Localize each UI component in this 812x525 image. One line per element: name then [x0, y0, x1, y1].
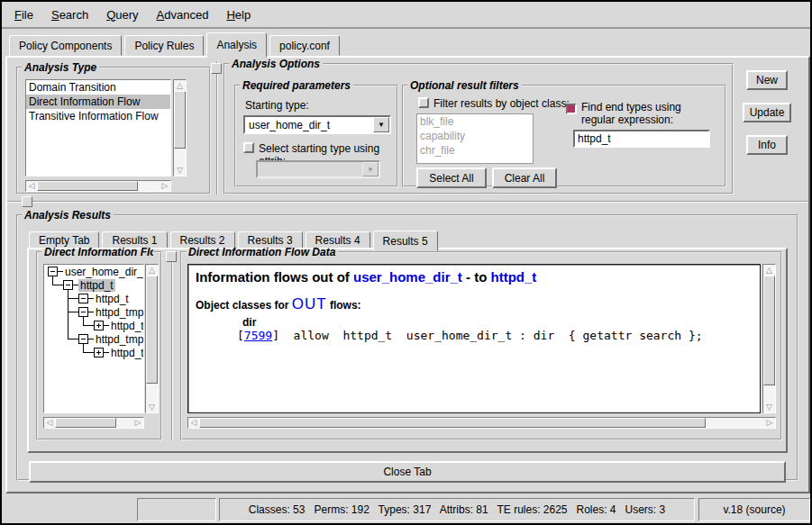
scroll-left-icon[interactable]: ◁ [188, 418, 199, 428]
top-pane-sash-handle[interactable] [211, 63, 222, 74]
tree-minus-icon[interactable] [63, 280, 73, 290]
tab-analysis[interactable]: Analysis [206, 32, 267, 58]
starting-type-label: Starting type: [245, 99, 309, 112]
flow-tree-label: Direct Information Flow T [41, 246, 153, 258]
status-version: v.18 (source) [698, 498, 810, 521]
analysis-type-option[interactable]: Domain Transition [26, 80, 170, 95]
flow-tree-vscrollbar[interactable]: △ ▽ [145, 264, 159, 413]
analysis-results-group: Analysis Results Empty Tab Results 1 Res… [16, 209, 798, 481]
object-classes-line: Object classes for OUT flows: [196, 295, 753, 313]
flow-tree-hscrollbar[interactable]: ◁ ▷ [43, 417, 144, 429]
scrollbar-thumb[interactable] [199, 418, 706, 428]
tree-minus-icon[interactable] [48, 267, 58, 276]
scrollbar-thumb[interactable] [146, 276, 158, 384]
scrollbar-thumb[interactable] [37, 181, 138, 191]
scroll-right-icon[interactable]: ▷ [764, 418, 775, 428]
menu-file[interactable]: File [13, 7, 35, 23]
scroll-left-icon[interactable]: ◁ [44, 418, 55, 428]
tree-node[interactable]: httpd_t [44, 319, 143, 332]
analysis-options-label: Analysis Options [229, 58, 323, 70]
scroll-down-icon[interactable]: ▽ [146, 402, 158, 412]
analysis-type-option-selected[interactable]: Direct Information Flow [26, 95, 170, 109]
scroll-up-icon[interactable]: △ [174, 80, 186, 91]
rule-line: [7599] allow httpd_t user_home_dir_t : d… [237, 329, 753, 342]
regex-checkbox[interactable] [566, 104, 577, 114]
tab-policy-rules[interactable]: Policy Rules [124, 35, 204, 56]
analysis-type-hscrollbar[interactable]: ◁ ▷ [25, 180, 171, 192]
scroll-down-icon[interactable]: ▽ [174, 165, 186, 176]
attrib-checkbox[interactable] [243, 142, 254, 153]
select-all-button[interactable]: Select All [416, 167, 487, 188]
flow-data-group: Direct Information Flow Data Information… [180, 246, 782, 440]
attrib-combo-value [258, 162, 362, 177]
starting-type-combobox[interactable]: user_home_dir_t ▼ [243, 115, 391, 134]
tree-node[interactable]: httpd_tmpfs_t [44, 332, 143, 346]
menu-query[interactable]: Query [105, 7, 140, 23]
update-button[interactable]: Update [743, 103, 791, 122]
info-button[interactable]: Info [746, 135, 788, 155]
end-type-text: httpd_t [491, 269, 537, 285]
filter-by-class-checkbox[interactable] [418, 97, 429, 108]
regex-input[interactable]: httpd_t [573, 130, 710, 148]
scroll-right-icon[interactable]: ▷ [160, 181, 170, 191]
results-page: Direct Information Flow T user_home_dir_… [27, 248, 788, 453]
close-tab-button[interactable]: Close Tab [29, 461, 786, 483]
scrollbar-thumb[interactable] [763, 276, 775, 385]
object-class-option: blk_file [417, 114, 533, 129]
analysis-type-listbox: Domain Transition Direct Information Flo… [25, 79, 171, 177]
status-empty-box [137, 498, 216, 521]
flow-data-text[interactable]: Information flows out of user_home_dir_t… [187, 264, 761, 413]
tree-node[interactable]: httpd_tmp_t [44, 305, 143, 319]
tab-results-5[interactable]: Results 5 [373, 231, 438, 251]
analysis-type-vscrollbar[interactable]: △ ▽ [173, 79, 187, 177]
tree-data-sash-handle[interactable] [166, 251, 177, 262]
scrollbar-thumb[interactable] [174, 91, 186, 149]
tab-policy-components[interactable]: Policy Components [9, 35, 122, 56]
flow-data-hscrollbar[interactable]: ◁ ▷ [187, 417, 776, 429]
tab-policy-conf[interactable]: policy.conf [269, 35, 340, 56]
menu-search[interactable]: Search [50, 7, 90, 23]
filter-by-class-label: Filter results by object class: [433, 97, 570, 110]
start-type-text: user_home_dir_t [353, 269, 462, 285]
scrollbar-thumb[interactable] [55, 418, 116, 428]
filter-by-class-row: Filter results by object class: [418, 97, 570, 110]
scroll-left-icon[interactable]: ◁ [26, 181, 37, 191]
tree-minus-icon[interactable] [78, 334, 88, 344]
attrib-combobox-disabled: ▼ [256, 160, 380, 178]
object-class-option: capability [417, 129, 533, 143]
analysis-type-label: Analysis Type [22, 61, 99, 74]
scroll-down-icon[interactable]: ▽ [763, 402, 775, 412]
required-parameters-label: Required parameters [240, 79, 353, 92]
tree-plus-icon[interactable] [94, 321, 104, 330]
tree-node[interactable]: user_home_dir_t [44, 265, 143, 278]
analysis-results-label: Analysis Results [22, 209, 114, 222]
analysis-type-option[interactable]: Transitive Information Flow [26, 109, 170, 123]
object-class-listbox: blk_file capability chr_file [416, 113, 534, 164]
status-stats: Classes: 53 Perms: 192 Types: 317 Attrib… [219, 498, 695, 521]
tree-minus-icon[interactable] [78, 294, 88, 303]
dropdown-arrow-icon[interactable]: ▼ [373, 117, 389, 132]
tree-node-selected[interactable]: httpd_t [44, 278, 143, 292]
results-sash-handle[interactable] [22, 196, 32, 207]
tree-node[interactable]: httpd_t [44, 346, 143, 359]
tree-data-sash[interactable] [171, 251, 173, 440]
menu-advanced[interactable]: Advanced [155, 7, 211, 23]
scroll-up-icon[interactable]: △ [763, 265, 775, 276]
results-sash[interactable] [7, 201, 808, 203]
rule-number-link[interactable]: 7599 [244, 329, 272, 342]
menu-help[interactable]: Help [224, 7, 252, 23]
flow-data-vscrollbar[interactable]: △ ▽ [762, 264, 776, 413]
clear-all-button[interactable]: Clear All [492, 167, 557, 188]
new-button[interactable]: New [746, 70, 788, 90]
main-tabbar: Policy Components Policy Rules Analysis … [9, 32, 342, 56]
apol-window: File Search Query Advanced Help Policy C… [0, 0, 812, 525]
tree-plus-icon[interactable] [94, 348, 104, 358]
flow-heading: Information flows out of user_home_dir_t… [196, 269, 753, 285]
tree-node[interactable]: httpd_t [44, 292, 143, 305]
object-class-option: chr_file [417, 143, 533, 158]
top-pane-sash[interactable] [216, 61, 218, 195]
scroll-right-icon[interactable]: ▷ [132, 418, 143, 428]
scroll-up-icon[interactable]: △ [146, 265, 158, 276]
tree-minus-icon[interactable] [78, 307, 88, 317]
required-parameters-group: Required parameters Starting type: user_… [234, 79, 398, 187]
